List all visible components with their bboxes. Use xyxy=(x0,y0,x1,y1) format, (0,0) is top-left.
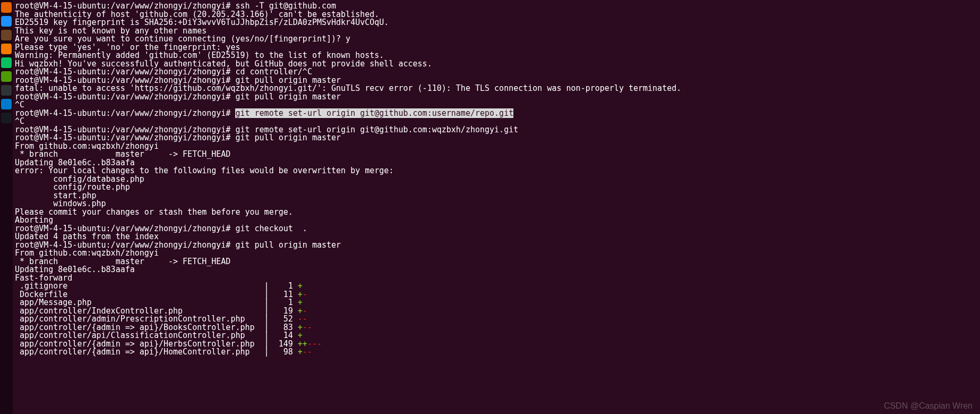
shell-command: git pull origin master xyxy=(230,92,341,102)
dock-item-firefox[interactable] xyxy=(1,2,12,13)
highlighted-command: git remote set-url origin git@github.com… xyxy=(235,108,513,118)
shell-prompt: root@VM-4-15-ubuntu:/var/www/zhongyi/zho… xyxy=(15,92,230,102)
terminal-line: app/controller/{admin => api}/HomeContro… xyxy=(15,348,978,357)
dock-item-wechat[interactable] xyxy=(1,57,12,68)
terminal-content[interactable]: root@VM-4-15-ubuntu:/var/www/zhongyi/zho… xyxy=(15,2,978,357)
terminal-line: start.php xyxy=(15,192,978,200)
diff-file: app/controller/{admin => api}/HomeContro… xyxy=(15,347,298,357)
terminal-window[interactable]: root@VM-4-15-ubuntu:/var/www/zhongyi/zho… xyxy=(13,0,980,414)
shell-command: git checkout . xyxy=(230,224,307,233)
diff-minus: - xyxy=(303,290,307,299)
dock-item-vscode[interactable] xyxy=(1,99,12,109)
terminal-line: Please commit your changes or stash them… xyxy=(15,208,978,217)
dock-item-settings[interactable] xyxy=(1,71,12,82)
terminal-line: root@VM-4-15-ubuntu:/var/www/zhongyi/zho… xyxy=(15,109,978,118)
shell-command: git pull origin master xyxy=(230,133,341,142)
terminal-line: Updating 8e01e6c..b83aafa xyxy=(15,266,978,274)
diff-minus: -- xyxy=(303,347,312,357)
terminal-line: * branch master -> FETCH_HEAD xyxy=(15,258,978,266)
terminal-line: error: Your local changes to the followi… xyxy=(15,167,978,175)
terminal-line: root@VM-4-15-ubuntu:/var/www/zhongyi/zho… xyxy=(15,93,978,102)
shell-prompt: root@VM-4-15-ubuntu:/var/www/zhongyi/zho… xyxy=(15,108,230,118)
dock-item-help[interactable] xyxy=(1,44,12,54)
dock-item-files[interactable] xyxy=(1,30,12,40)
terminal-line: config/database.php xyxy=(15,175,978,184)
terminal-line: root@VM-4-15-ubuntu:/var/www/zhongyi/zho… xyxy=(15,241,978,250)
diff-plus: + xyxy=(298,347,303,357)
terminal-line: root@VM-4-15-ubuntu:/var/www/zhongyi/zho… xyxy=(15,225,978,233)
dock-item-email[interactable] xyxy=(1,16,12,27)
dock-item-terminal[interactable] xyxy=(1,85,12,96)
dock-item-steam[interactable] xyxy=(1,113,12,123)
terminal-line: root@VM-4-15-ubuntu:/var/www/zhongyi/zho… xyxy=(15,134,978,142)
terminal-line: * branch master -> FETCH_HEAD xyxy=(15,150,978,159)
ubuntu-dock xyxy=(0,0,13,414)
watermark-text: CSDN @Caspian Wren xyxy=(884,402,973,410)
diff-minus: -- xyxy=(303,323,312,332)
terminal-line: config/route.php xyxy=(15,183,978,192)
shell-command: git pull origin master xyxy=(230,240,341,250)
